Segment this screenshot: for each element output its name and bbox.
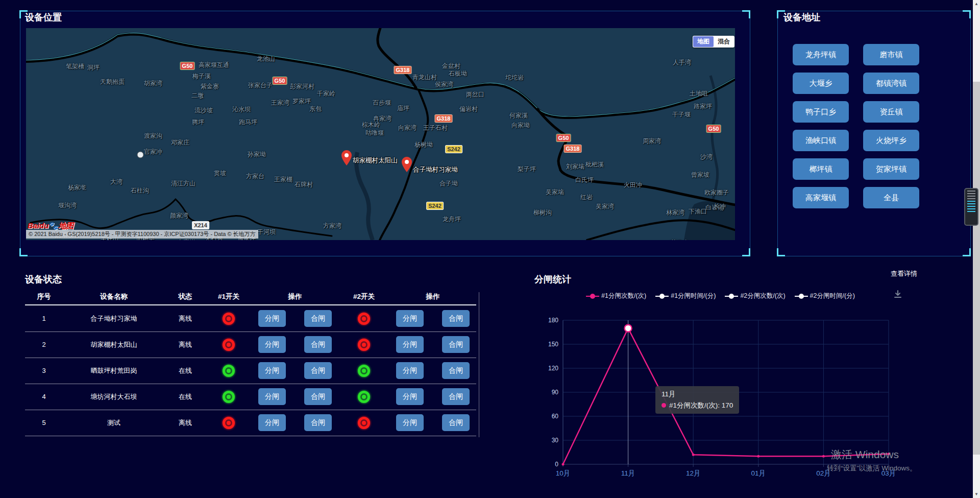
download-icon[interactable]: [893, 290, 902, 301]
open-switch-button[interactable]: 分闸: [396, 336, 424, 353]
view-details-link[interactable]: 查看详情: [891, 269, 917, 278]
device-marker-red[interactable]: [402, 157, 412, 172]
stats-title: 分闸统计: [534, 273, 571, 286]
map-place-label: 二墩: [191, 91, 204, 100]
svg-text:90: 90: [552, 389, 559, 396]
map-type-map-button[interactable]: 地图: [693, 36, 714, 47]
address-button[interactable]: 磨市镇: [863, 44, 919, 65]
legend-marker-icon: [655, 294, 669, 299]
address-button[interactable]: 火烧坪乡: [863, 130, 919, 151]
legend-item[interactable]: #1分闸次数/(次): [586, 292, 646, 300]
svg-text:11月: 11月: [621, 469, 635, 477]
address-button[interactable]: 大堰乡: [793, 73, 849, 94]
open-switch-button[interactable]: 分闸: [396, 388, 424, 405]
map-type-hybrid-button[interactable]: 混合: [714, 36, 734, 47]
legend-item[interactable]: #2分闸次数/(次): [725, 292, 785, 300]
device-status: 离线: [165, 418, 206, 428]
map-place-label: 石板坳: [449, 69, 467, 78]
legend-label: #2分闸时间/(分): [810, 292, 855, 300]
address-button[interactable]: 榔坪镇: [793, 158, 849, 180]
map-place-label: 渡家沟: [144, 132, 162, 140]
scroll-down-arrow[interactable]: ▼: [973, 490, 980, 498]
map-place-label: 彭家河村: [290, 82, 314, 91]
close-switch-button[interactable]: 合闸: [442, 362, 470, 379]
open-switch-button[interactable]: 分闸: [396, 362, 424, 379]
map-place-label: 咕噜堰: [365, 129, 384, 137]
svg-text:01月: 01月: [751, 469, 766, 477]
scroll-indicator-widget[interactable]: [964, 188, 978, 226]
close-switch-button[interactable]: 合闸: [304, 388, 332, 405]
map-place-label: 石柱沟: [131, 186, 149, 195]
legend-item[interactable]: #2分闸时间/(分): [795, 292, 855, 300]
map-place-label: 梅子溪: [192, 72, 211, 81]
device-status: 在线: [165, 392, 206, 401]
map-place-label: 王家湾: [271, 99, 289, 107]
svg-text:180: 180: [548, 317, 558, 324]
map-place-label: 笔架槽: [66, 62, 84, 71]
legend-marker-icon: [586, 294, 599, 299]
switch-indicator-online: [223, 365, 235, 377]
map-place-label: 王子石村: [423, 124, 448, 132]
open-switch-button[interactable]: 分闸: [258, 414, 286, 431]
address-button[interactable]: 鸭子口乡: [793, 101, 849, 123]
map-place-label: 梨子坪: [518, 165, 536, 174]
open-switch-button[interactable]: 分闸: [258, 388, 286, 405]
map-place-label: 腾坪: [192, 118, 204, 127]
panel-corner-bracket: [963, 10, 971, 18]
device-marker-red[interactable]: [341, 150, 352, 165]
svg-text:30: 30: [552, 437, 559, 444]
map-place-label: 合子坳: [439, 179, 458, 188]
open-switch-button[interactable]: 分闸: [258, 310, 286, 327]
open-switch-button[interactable]: 分闸: [396, 414, 424, 431]
close-switch-button[interactable]: 合闸: [304, 362, 332, 379]
table-scroll-track[interactable]: [479, 292, 479, 437]
close-switch-button[interactable]: 合闸: [304, 336, 332, 353]
legend-label: #1分闸次数/(次): [601, 292, 646, 300]
scroll-up-arrow[interactable]: ▲: [973, 0, 980, 8]
map-place-label: 曾家坡: [691, 171, 709, 179]
legend-item[interactable]: #1分闸时间/(分): [655, 292, 716, 300]
device-name: 合子坳村习家坳: [63, 314, 165, 323]
panel-corner-bracket: [742, 10, 750, 18]
tooltip-series-dot: [662, 403, 666, 408]
address-button[interactable]: 高家堰镇: [793, 187, 849, 208]
window-scrollbar[interactable]: ▲ ▼: [973, 0, 980, 498]
open-switch-button[interactable]: 分闸: [258, 336, 286, 353]
close-switch-button[interactable]: 合闸: [442, 388, 470, 405]
device-marker-label: 胡家棚村太阳山: [353, 156, 398, 165]
open-switch-button[interactable]: 分闸: [396, 310, 424, 327]
address-button[interactable]: 渔峡口镇: [793, 130, 849, 151]
map-place-label: 邓家庄: [171, 138, 189, 147]
map-place-label: 方家台: [246, 172, 264, 181]
switch-indicator-online: [358, 365, 370, 377]
scrollbar-thumb[interactable]: [973, 82, 980, 455]
table-row: 3晒鼓坪村荒田岗在线分闸合闸分闸合闸: [25, 358, 476, 384]
map-place-label: 侯家湾: [435, 80, 453, 89]
device-marker-label: 合子坳村习家坳: [413, 165, 458, 174]
open-switch-button[interactable]: 分闸: [258, 362, 286, 379]
close-switch-button[interactable]: 合闸: [304, 310, 332, 327]
windows-watermark-line2: 转到“设置”以激活 Windows。: [827, 464, 917, 473]
svg-text:12月: 12月: [686, 469, 701, 477]
close-switch-button[interactable]: 合闸: [442, 336, 470, 353]
close-switch-button[interactable]: 合闸: [442, 310, 470, 327]
baidu-map[interactable]: 笔架槽洞坪天鹅抱蛋胡家湾高家堰互通梅子溪紫金寨二墩张家台子彭家河村千家岭王家湾罗…: [26, 28, 735, 240]
close-switch-button[interactable]: 合闸: [304, 414, 332, 431]
address-button[interactable]: 全县: [863, 187, 919, 208]
address-button[interactable]: 贺家坪镇: [863, 158, 919, 180]
map-place-label: 沙湾: [700, 153, 713, 161]
map-place-label: 杨树坳: [414, 140, 433, 149]
close-switch-button[interactable]: 合闸: [442, 414, 470, 431]
table-header-cell: 状态: [165, 292, 206, 301]
table-header-cell: 序号: [25, 292, 63, 301]
map-place-label: 林家湾: [666, 208, 684, 217]
address-button[interactable]: 龙舟坪镇: [793, 44, 849, 65]
map-place-label: 百步堰: [373, 99, 391, 107]
map-place-label: 路家坪: [694, 102, 712, 111]
map-place-label: 杨家墘: [68, 183, 86, 192]
address-button[interactable]: 资丘镇: [863, 101, 919, 123]
panel-corner-bracket: [742, 248, 750, 256]
road-shield-s242: S242: [445, 145, 462, 153]
map-place-label: 方家湾: [323, 222, 341, 230]
address-button[interactable]: 都镇湾镇: [863, 73, 919, 94]
